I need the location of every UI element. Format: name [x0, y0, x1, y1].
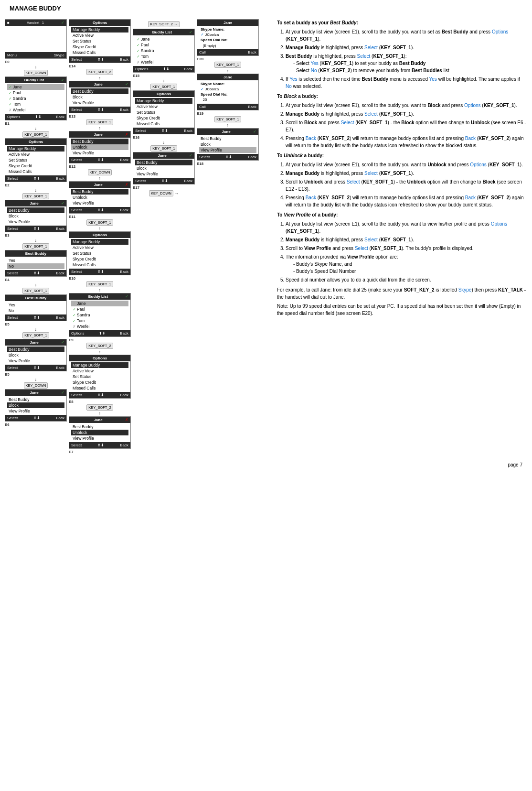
unblock-heading: To Unblock a buddy:	[277, 152, 527, 159]
screen-E18: Jane✓ Best Buddy Block View Profile Sele…	[197, 128, 259, 166]
screen-E16: Options Manage Buddy Active View Set Sta…	[133, 90, 195, 140]
view-profile-heading: To View Profile of a buddy:	[277, 211, 527, 218]
page-number: page 7	[0, 460, 532, 470]
screen-E17: Jane✓ Best Buddy Block View Profile Sele…	[133, 152, 195, 190]
screen-E8: Options Manage Buddy Active View Set Sta…	[69, 355, 131, 404]
screen-E6: Jane✓ Best Buddy Block View Profile Sele…	[5, 389, 67, 427]
screen-E1: Buddy List✓ ✓Jane ✓Paul ✓Sandra ✓Tom ✗We…	[5, 76, 67, 126]
screen-E11: Jane✗ Best Buddy Unblock View Profile Se…	[69, 181, 131, 219]
screen-E9: Buddy List✓ ✗Jane ✓Paul ✓Sandra ✓Tom ✗We…	[69, 293, 131, 342]
view-profile-extra-1: For example, to call Jane: from idle dia…	[277, 286, 527, 301]
page-title: MANAGE BUDDY	[0, 0, 532, 14]
screen-E7: Jane✗ Best Buddy Unblock View Profile Se…	[69, 416, 131, 454]
block-heading: To Block a buddy:	[277, 93, 527, 100]
screen-E15: Buddy List✓ ✓Jane ✓Paul ✓Sandra ✓Tom ✗We…	[133, 29, 195, 78]
screen-E19: Jane Skype Name: ✓ JCoolza Speed Dial No…	[197, 74, 259, 116]
screen-E20: Jane Skype Name: ✓ JCoolza Speed Dial No…	[197, 19, 259, 61]
screen-E14: Options Manage Buddy Active View Set Sta…	[69, 19, 131, 68]
screen-E5a: Best Buddy Yes No Select⬆⬇Back E5	[5, 294, 67, 326]
view-profile-steps: At your buddy list view (screen E1), scr…	[286, 220, 527, 283]
screen-E3: Jane✓ Best Buddy Block View Profile Sele…	[5, 200, 67, 238]
block-steps: At your buddy list view (screen E1), scr…	[286, 102, 527, 149]
check-icon: ✓	[61, 21, 64, 25]
view-profile-note: Note: Up to 99 speed dial entries can be…	[277, 303, 527, 317]
instructions-section: To set a buddy as your Best Buddy: At yo…	[277, 19, 527, 455]
handset-icon: ■	[7, 21, 10, 25]
best-buddy-steps: At your buddy list view (screen E1), scr…	[286, 28, 527, 90]
screen-E10: Options Manage Buddy Active View Set Sta…	[69, 231, 131, 281]
screen-E0: ■ Handset 1 ✓ Menu Skype E0	[5, 19, 67, 64]
screen-E13: Jane✓ Best Buddy Block View Profile Sele…	[69, 81, 131, 119]
screen-E4: Best Buddy Yes No Select⬆⬇Back E4	[5, 250, 67, 282]
unblock-steps: At your buddy list view (screen E1), scr…	[286, 161, 527, 208]
screen-E12: Jane✗ Best Buddy Unblock View Profile Se…	[69, 131, 131, 169]
screen-E5b: Jane✓ Best Buddy Block View Profile Sele…	[5, 339, 67, 377]
screen-E2: Options Manage Buddy Active View Set Sta…	[5, 138, 67, 187]
screens-section: ■ Handset 1 ✓ Menu Skype E0	[5, 19, 272, 455]
best-buddy-heading: To set a buddy as your Best Buddy:	[277, 19, 527, 26]
